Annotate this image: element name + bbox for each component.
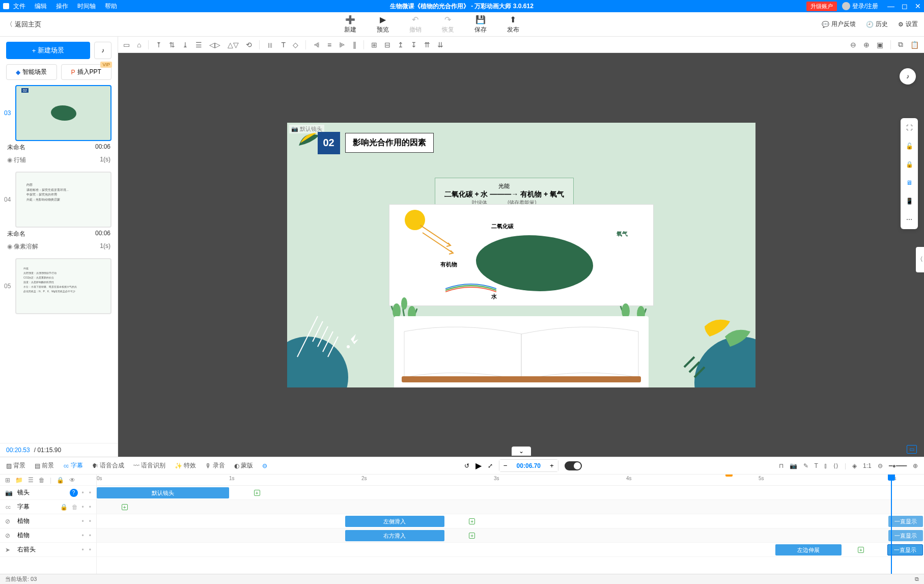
clip-always-show[interactable]: 一直显示 bbox=[888, 530, 923, 541]
track-lane-plant2[interactable]: 右方滑入 + 一直显示 bbox=[97, 529, 924, 543]
shape-icon[interactable]: ◇ bbox=[293, 41, 298, 49]
lock-icon[interactable]: 🔒 bbox=[904, 159, 915, 170]
track-lane-camera[interactable]: 默认镜头 + bbox=[97, 486, 924, 500]
back-home-button[interactable]: 〈 返回主页 bbox=[6, 20, 41, 29]
align-left-icon[interactable]: ⫷ bbox=[313, 41, 320, 49]
scene-thumbnail[interactable]: 内容课程标准：探究生殖发育环境...中探究：探究光的作用外延：光影响动物类启蒙 bbox=[15, 172, 111, 228]
tab-fx[interactable]: ✨特效 bbox=[175, 461, 196, 470]
ai-scene-button[interactable]: ◆智能场景 bbox=[6, 64, 57, 80]
publish-button[interactable]: ⬆发布 bbox=[507, 15, 519, 34]
menu-help[interactable]: 帮助 bbox=[105, 2, 117, 11]
scene-thumbnail[interactable]: 02 bbox=[15, 85, 111, 141]
preview-button[interactable]: ▶预览 bbox=[377, 15, 389, 34]
magnet-icon[interactable]: ⊓ bbox=[779, 462, 783, 469]
paste-icon[interactable]: 📋 bbox=[910, 41, 919, 49]
edit-icon[interactable]: ✎ bbox=[803, 462, 808, 469]
time-minus-button[interactable]: − bbox=[499, 460, 512, 471]
align-vcenter-icon[interactable]: ⇅ bbox=[169, 41, 175, 49]
text-tool-icon[interactable]: T bbox=[281, 41, 286, 49]
layers-icon[interactable]: ▭ bbox=[123, 41, 130, 49]
copy-icon[interactable]: ⧉ bbox=[898, 40, 903, 49]
track-plant1[interactable]: ⊘ 植物 •• bbox=[0, 514, 96, 529]
clip-always-show[interactable]: 一直显示 bbox=[888, 516, 923, 527]
clip-always-show-selected[interactable]: 一直显示 bbox=[887, 544, 923, 555]
filter-icon[interactable]: ⫿ bbox=[824, 462, 827, 469]
history-link[interactable]: 🕘历史 bbox=[866, 20, 888, 29]
eye-icon[interactable]: 👁 bbox=[69, 477, 75, 484]
camera-icon[interactable]: 📷 bbox=[790, 462, 797, 469]
add-track-icon[interactable]: ⊞ bbox=[5, 477, 10, 484]
delete-icon[interactable]: 🗑 bbox=[39, 477, 45, 484]
new-button[interactable]: ➕新建 bbox=[344, 15, 356, 34]
time-plus-button[interactable]: + bbox=[546, 460, 558, 471]
help-icon[interactable]: ? bbox=[70, 489, 78, 497]
zoom-slider[interactable]: ━●━━━ bbox=[889, 462, 907, 469]
clip-slide-right[interactable]: 右方滑入 bbox=[345, 530, 444, 541]
track-dot[interactable]: • bbox=[89, 518, 91, 525]
fullscreen-icon[interactable]: ⛶ bbox=[904, 122, 915, 133]
ratio-icon[interactable]: 1:1 bbox=[863, 462, 872, 469]
time-ruler[interactable]: 0s 1s 2s 3s 4s 5s 6s bbox=[97, 475, 924, 486]
settings-link[interactable]: ⚙设置 bbox=[898, 20, 918, 29]
redo-button[interactable]: ↷恢复 bbox=[442, 15, 454, 34]
scene-item[interactable]: 05 外延光照强度：光强强弱似乎行动CO2决定：光是重新的长位温度：光是影响酶的… bbox=[6, 258, 111, 314]
align-top-icon[interactable]: ⤒ bbox=[156, 41, 162, 49]
menu-action[interactable]: 操作 bbox=[56, 2, 68, 11]
collapse-panel-button[interactable]: 〈 bbox=[916, 247, 924, 272]
playhead[interactable] bbox=[891, 475, 892, 574]
track-arrow[interactable]: ➤ 右箭头 •• bbox=[0, 543, 96, 557]
home-icon[interactable]: ⌂ bbox=[137, 41, 141, 49]
spacing-icon[interactable]: ⫼ bbox=[267, 41, 274, 49]
list-icon[interactable]: ☰ bbox=[28, 477, 34, 484]
keyframe-icon[interactable]: ◈ bbox=[852, 462, 857, 469]
front-icon[interactable]: ⇈ bbox=[424, 41, 430, 49]
add-keyframe-button[interactable]: + bbox=[858, 547, 864, 553]
unlock-icon[interactable]: 🔓 bbox=[904, 141, 915, 152]
tab-asr[interactable]: 〰语音识别 bbox=[133, 461, 165, 470]
zoom-out-timeline-icon[interactable]: ⊖ bbox=[878, 462, 883, 469]
align-right-icon[interactable]: ⫸ bbox=[339, 41, 346, 49]
track-plant2[interactable]: ⊘ 植物 •• bbox=[0, 529, 96, 543]
login-button[interactable]: 登录/注册 bbox=[842, 2, 878, 11]
folder-icon[interactable]: 📁 bbox=[15, 477, 23, 484]
upgrade-button[interactable]: 升级账户 bbox=[806, 2, 837, 11]
trash-small-icon[interactable]: 🗑 bbox=[72, 504, 78, 511]
tab-mask[interactable]: ◐蒙版 bbox=[234, 461, 253, 470]
zoom-in-timeline-icon[interactable]: ⊕ bbox=[913, 462, 918, 469]
track-area[interactable]: 0s 1s 2s 3s 4s 5s 6s 默认镜头 + + 左侧滑入 + 一直显… bbox=[97, 475, 924, 574]
rotate-icon[interactable]: ⟲ bbox=[246, 41, 252, 49]
rewind-icon[interactable]: ↺ bbox=[464, 462, 469, 469]
tab-record[interactable]: 🎙录音 bbox=[205, 461, 225, 470]
flip-v-icon[interactable]: △▽ bbox=[228, 41, 239, 49]
track-camera[interactable]: 📷 镜头 ? •• bbox=[0, 486, 96, 500]
track-lane-plant1[interactable]: 左侧滑入 + 一直显示 bbox=[97, 514, 924, 529]
more-icon[interactable]: ⋯ bbox=[904, 214, 915, 225]
align-bottom-icon[interactable]: ⤓ bbox=[182, 41, 188, 49]
text-icon[interactable]: T bbox=[815, 462, 818, 469]
zoom-in-icon[interactable]: ⊕ bbox=[863, 41, 870, 49]
code-icon[interactable]: ⟨⟩ bbox=[833, 462, 838, 469]
clip-stretch-left[interactable]: 左边伸展 bbox=[775, 544, 842, 555]
zoom-out-icon[interactable]: ⊖ bbox=[850, 41, 856, 49]
track-dot[interactable]: • bbox=[89, 532, 91, 539]
track-subtitle[interactable]: ㏄ 字幕 🔒 🗑 •• bbox=[0, 500, 96, 514]
tab-more[interactable]: ⊖ bbox=[262, 462, 267, 469]
music-button[interactable]: ♪ bbox=[94, 42, 111, 59]
mobile-icon[interactable]: 📱 bbox=[904, 196, 915, 207]
track-dot[interactable]: • bbox=[82, 532, 84, 539]
tab-background[interactable]: ▨背景 bbox=[6, 461, 25, 470]
track-dot[interactable]: • bbox=[82, 518, 84, 525]
expand-icon[interactable]: ⤢ bbox=[488, 462, 493, 469]
add-keyframe-button[interactable]: + bbox=[469, 518, 475, 524]
canvas-stage[interactable]: 📷 默认镜头 02 影响光合作用的因素 光能 二氧化碳 + 水 ———→ 有机物… bbox=[287, 123, 755, 387]
track-lane-arrow[interactable]: 左边伸展 + 一直显示 bbox=[97, 543, 924, 557]
add-keyframe-button[interactable]: + bbox=[122, 504, 128, 510]
marker-icon[interactable] bbox=[725, 475, 733, 477]
dist-v-icon[interactable]: ☰ bbox=[195, 41, 202, 49]
align-center-icon[interactable]: ≡ bbox=[327, 41, 331, 49]
flip-h-icon[interactable]: ◁▷ bbox=[209, 41, 220, 49]
new-scene-button[interactable]: +新建场景 bbox=[6, 42, 90, 59]
lock-track-icon[interactable]: 🔒 bbox=[57, 477, 64, 484]
close-icon[interactable]: ✕ bbox=[915, 2, 921, 10]
copy-status-icon[interactable]: ⧉ bbox=[915, 576, 919, 582]
